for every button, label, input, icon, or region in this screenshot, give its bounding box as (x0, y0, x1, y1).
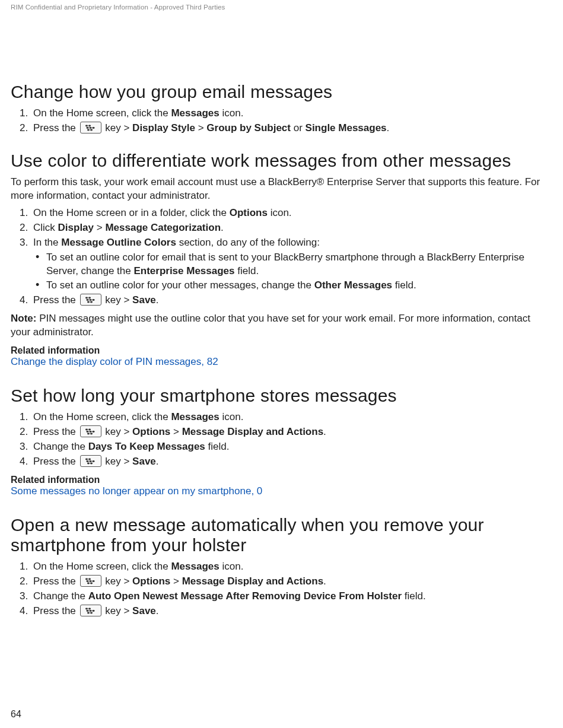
svg-point-4 (92, 127, 94, 129)
svg-point-30 (86, 580, 88, 582)
bold-term: Message Display and Actions (182, 426, 323, 437)
svg-point-13 (90, 301, 92, 303)
step-item: On the Home screen, click the Messages i… (31, 411, 552, 424)
related-info-link[interactable]: Some messages no longer appear on my sma… (11, 485, 262, 497)
svg-point-8 (88, 297, 90, 299)
bold-term: Options (132, 426, 170, 437)
confidential-header: RIM Confidential and Proprietary Informa… (11, 4, 552, 11)
svg-point-22 (88, 459, 90, 460)
svg-point-19 (87, 433, 89, 435)
related-info-heading: Related information (11, 475, 552, 485)
sub-bullet-item: To set an outline color for email that i… (46, 251, 552, 278)
svg-point-40 (87, 612, 89, 613)
section-title: Set how long your smartphone stores mess… (11, 386, 552, 406)
step-list: On the Home screen, click the Messages i… (11, 107, 552, 135)
content: Change how you group email messagesOn th… (11, 82, 552, 618)
svg-point-41 (90, 612, 92, 613)
step-item: On the Home screen, click the Messages i… (31, 107, 552, 120)
bold-term: Messages (171, 561, 219, 572)
svg-point-7 (85, 297, 87, 299)
svg-point-28 (85, 578, 87, 580)
step-item: On the Home screen or in a folder, click… (31, 206, 552, 220)
step-item: Press the key > Options > Message Displa… (31, 575, 552, 589)
bold-term: Days To Keep Messages (88, 441, 205, 452)
bold-term: Options (230, 207, 268, 218)
svg-point-23 (86, 460, 88, 462)
svg-point-36 (88, 608, 90, 609)
svg-point-3 (89, 127, 91, 129)
svg-point-37 (86, 610, 88, 612)
step-item: Press the key > Display Style > Group by… (31, 122, 552, 135)
svg-point-12 (87, 301, 89, 303)
bold-term: Other Messages (314, 279, 392, 291)
svg-point-24 (89, 460, 91, 462)
step-list: On the Home screen, click the Messages i… (11, 411, 552, 469)
svg-point-33 (87, 582, 89, 584)
step-list: On the Home screen or in a folder, click… (11, 206, 552, 308)
bold-term: Save (132, 456, 156, 467)
svg-point-17 (89, 431, 91, 433)
svg-point-25 (92, 460, 94, 462)
bold-term: Messages (171, 411, 219, 422)
blackberry-menu-key-icon (80, 294, 101, 306)
sub-bullet-list: To set an outline color for email that i… (33, 251, 552, 293)
svg-point-38 (89, 610, 91, 612)
svg-point-9 (86, 299, 88, 301)
svg-point-10 (89, 299, 91, 301)
step-item: In the Message Outline Colors section, d… (31, 236, 552, 293)
svg-point-29 (88, 578, 90, 580)
svg-point-1 (88, 125, 90, 127)
svg-point-0 (85, 125, 87, 127)
blackberry-menu-key-icon (80, 455, 101, 467)
bold-term: Messages (171, 107, 219, 119)
svg-point-31 (89, 580, 91, 582)
page: RIM Confidential and Proprietary Informa… (0, 0, 563, 728)
bold-term: Message Outline Colors (61, 237, 176, 248)
step-item: Change the Auto Open Newest Message Afte… (31, 590, 552, 603)
svg-point-20 (90, 433, 92, 435)
svg-point-15 (88, 429, 90, 431)
bold-term: Message Display and Actions (182, 576, 323, 587)
bold-term: Options (132, 576, 170, 587)
blackberry-menu-key-icon (80, 605, 101, 616)
page-number: 64 (11, 709, 21, 720)
step-list: On the Home screen, click the Messages i… (11, 560, 552, 618)
svg-point-32 (92, 580, 94, 582)
svg-point-18 (92, 431, 94, 433)
bold-term: Enterprise Messages (133, 265, 234, 276)
step-item: Press the key > Options > Message Displa… (31, 425, 552, 439)
step-item: Press the key > Save. (31, 455, 552, 469)
svg-point-5 (87, 129, 89, 131)
blackberry-menu-key-icon (80, 122, 101, 133)
step-item: On the Home screen, click the Messages i… (31, 560, 552, 574)
section-title: Use color to differentiate work messages… (11, 151, 552, 171)
bold-term: Message Categorization (105, 222, 221, 233)
svg-point-39 (92, 610, 94, 612)
section-title: Open a new message automatically when yo… (11, 515, 552, 555)
note-paragraph: Note: PIN messages might use the outline… (11, 312, 552, 339)
section-title: Change how you group email messages (11, 82, 552, 102)
svg-point-6 (90, 129, 92, 131)
step-item: Press the key > Save. (31, 294, 552, 307)
svg-point-2 (86, 127, 88, 129)
svg-point-11 (92, 299, 94, 301)
step-item: Press the key > Save. (31, 605, 552, 618)
related-info-heading: Related information (11, 345, 552, 356)
bold-term: Save (132, 294, 156, 306)
svg-point-16 (86, 431, 88, 433)
step-item: Change the Days To Keep Messages field. (31, 440, 552, 454)
bold-term: Display (58, 222, 94, 233)
svg-point-35 (85, 608, 87, 609)
blackberry-menu-key-icon (80, 425, 101, 437)
bold-term: Single Messages (306, 122, 387, 133)
related-info-link[interactable]: Change the display color of PIN messages… (11, 356, 218, 368)
svg-point-21 (85, 459, 87, 460)
svg-point-14 (85, 429, 87, 431)
svg-point-27 (90, 463, 92, 465)
bold-term: Note: (11, 313, 39, 324)
bold-term: Auto Open Newest Message After Removing … (88, 590, 402, 602)
bold-term: Group by Subject (206, 122, 291, 133)
blackberry-menu-key-icon (80, 575, 101, 587)
bold-term: Display Style (132, 122, 195, 133)
svg-point-26 (87, 463, 89, 465)
